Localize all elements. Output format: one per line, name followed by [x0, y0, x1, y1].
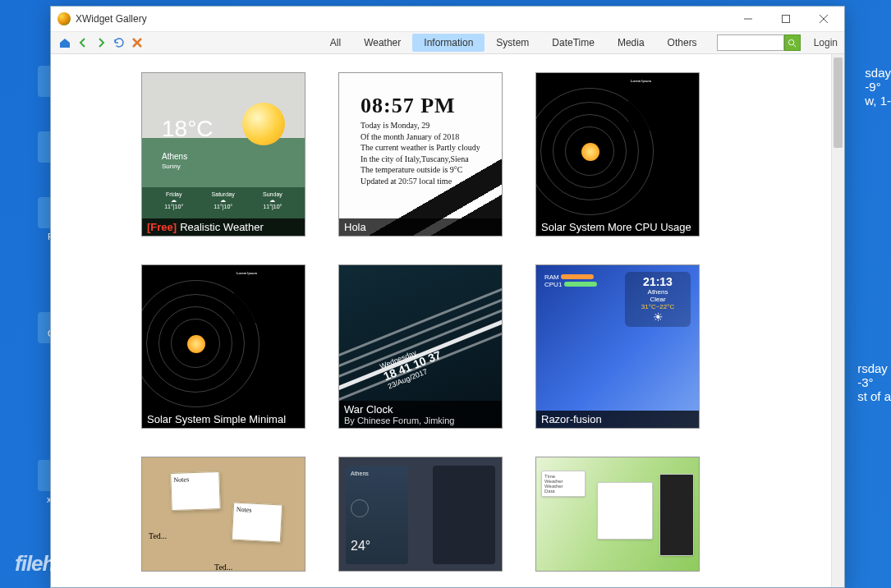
- bg-weather-bottom: rsday -3° st of a: [857, 361, 891, 403]
- close-button[interactable]: [805, 7, 843, 31]
- app-window: XWidget Gallery All Weather Information …: [50, 6, 845, 588]
- tab-others[interactable]: Others: [656, 34, 709, 52]
- card-title: War Clock By Chinese Forum, Jimking: [339, 401, 502, 428]
- tab-information[interactable]: Information: [412, 34, 485, 52]
- app-icon: [57, 12, 71, 25]
- widget-card[interactable]: Notes Notes Ted... Ted...: [141, 457, 305, 572]
- tab-all[interactable]: All: [319, 34, 352, 52]
- widget-card[interactable]: 08:57 PM Today is Monday, 29 Of the mont…: [338, 72, 503, 237]
- search-button[interactable]: [784, 34, 801, 51]
- sun-icon: [242, 103, 285, 145]
- tab-weather[interactable]: Weather: [352, 34, 412, 52]
- back-icon[interactable]: [76, 35, 90, 50]
- minimize-button[interactable]: [729, 7, 767, 31]
- tab-datetime[interactable]: DateTime: [540, 34, 606, 52]
- search-box: [717, 34, 801, 51]
- search-input[interactable]: [717, 34, 784, 51]
- category-tabs: All Weather Information System DateTime …: [319, 34, 709, 52]
- toolbar: All Weather Information System DateTime …: [51, 31, 844, 54]
- maximize-button[interactable]: [767, 7, 805, 31]
- tab-media[interactable]: Media: [606, 34, 656, 52]
- watermark: filehorse.com: [15, 551, 114, 577]
- window-title: XWidget Gallery: [76, 13, 147, 25]
- titlebar[interactable]: XWidget Gallery: [51, 7, 844, 31]
- content-area: 18°C AthensSunny Friday☁11°|10° Saturday…: [51, 54, 844, 587]
- svg-point-1: [789, 39, 794, 44]
- temp-text: 18°C: [162, 116, 214, 142]
- forward-icon[interactable]: [94, 35, 108, 50]
- home-icon[interactable]: [57, 35, 72, 50]
- scrollbar-thumb[interactable]: [834, 57, 843, 148]
- card-title: Solar System Simple Minimal: [142, 411, 305, 428]
- widget-grid: 18°C AthensSunny Friday☁11°|10° Saturday…: [141, 72, 808, 572]
- tab-system[interactable]: System: [485, 34, 540, 52]
- card-title: Hola: [339, 218, 502, 236]
- widget-card[interactable]: Wednesday 18 41 10 37 23/Aug/2017 War Cl…: [338, 264, 503, 429]
- card-title: [Free]Realistic Weather: [142, 218, 305, 236]
- widget-card[interactable]: Lorem Ipsum Solar System Simple Minimal: [141, 264, 305, 429]
- scrollbar[interactable]: [831, 54, 844, 587]
- card-title: Razor-fusion: [536, 411, 699, 428]
- widget-card[interactable]: 18°C AthensSunny Friday☁11°|10° Saturday…: [141, 72, 305, 237]
- bg-weather-top: sday -9° w, 1-: [865, 66, 891, 108]
- widget-card[interactable]: RAM CPU1 21:13 Athens Clear 31°C~22°C ☀ …: [535, 264, 700, 429]
- card-title: Solar System More CPU Usage: [536, 218, 699, 236]
- widget-card[interactable]: Athens 24°: [338, 457, 503, 572]
- widget-card[interactable]: Lorem Ipsum Solar System More CPU Usage: [535, 72, 700, 237]
- delete-icon[interactable]: [130, 35, 145, 50]
- refresh-icon[interactable]: [112, 35, 126, 50]
- login-link[interactable]: Login: [814, 37, 838, 48]
- widget-card[interactable]: TimeWeatherWeatherData: [535, 457, 700, 572]
- svg-rect-0: [783, 16, 790, 23]
